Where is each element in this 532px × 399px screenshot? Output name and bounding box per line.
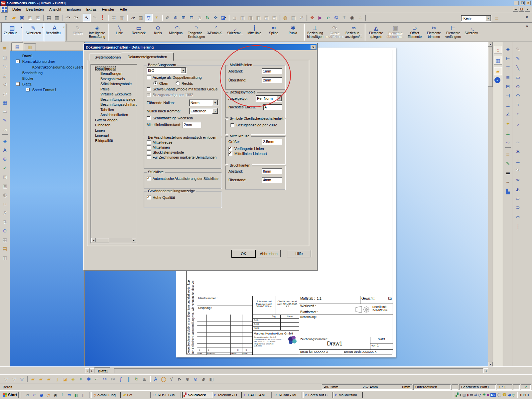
update-tray-icon[interactable]: ◯ — [497, 393, 501, 397]
3-punkt-kreisbogen-button[interactable]: ◜ 3-Punkt-K... — [206, 23, 225, 42]
feature-manager-tab[interactable]: ▤ — [11, 42, 23, 51]
trim-icon[interactable]: ✂ — [514, 213, 522, 221]
section-view-icon[interactable]: ◰ — [270, 14, 278, 22]
scroll-down-icon[interactable]: ▼ — [488, 362, 493, 366]
options-tree-item[interactable]: Einheiten — [90, 123, 137, 128]
mdi-restore-button[interactable]: ❐ — [519, 7, 524, 12]
horizontal-dimension-icon[interactable]: ⊢ — [504, 55, 512, 63]
naechstes-etikett-input[interactable]: A — [263, 104, 282, 110]
options-tree-item[interactable]: Stücklistensymbole — [90, 81, 137, 87]
find-references-icon[interactable]: ◉ — [348, 14, 356, 22]
keyboard-tray-icon[interactable]: ▤ — [462, 393, 466, 397]
relative-view-icon[interactable]: ◪ — [61, 375, 69, 383]
circle-icon[interactable]: ⊙ — [514, 82, 522, 90]
new-document-icon[interactable]: ▯ — [2, 14, 10, 22]
task-tcom[interactable]: e T-Com - Micr... — [273, 392, 302, 398]
language-indicator[interactable]: DE — [490, 393, 496, 397]
options-tree-item[interactable]: Tabellen — [90, 107, 137, 112]
file-explorer-tab-icon[interactable]: ▰ — [494, 67, 502, 75]
layer-properties-icon[interactable]: ≣ — [493, 14, 501, 22]
model-view-icon[interactable]: ▰ — [29, 375, 37, 383]
ok-button[interactable]: OK — [232, 250, 255, 257]
oben-radio[interactable] — [153, 81, 158, 85]
close-button[interactable]: × — [526, 1, 531, 5]
display-relations-icon[interactable]: ∞ — [504, 138, 512, 146]
punkt-button[interactable]: ✱ Punkt — [283, 23, 303, 42]
quicktime-icon[interactable]: ◕ — [38, 392, 44, 398]
menu-item[interactable]: Hilfe — [117, 7, 130, 12]
edrawings-icon[interactable]: e — [324, 14, 332, 22]
toolbar-overflow-chevron[interactable]: » — [526, 15, 531, 19]
options-tree-item[interactable]: Beschriftungsschriftart — [90, 102, 137, 107]
options-tree-item[interactable]: Bezugshinweis — [90, 76, 137, 81]
note-icon[interactable]: A — [152, 375, 160, 383]
standard-views-icon[interactable]: ◪ ▾ — [219, 14, 227, 22]
traffic-light-icon[interactable]: ┇ — [99, 14, 107, 22]
cross-icon[interactable]: ✗ — [1, 209, 9, 217]
task-masshilfslinie[interactable]: e Maßhilfslinie ... — [333, 392, 363, 398]
menu-item[interactable]: Bearbeiten — [24, 7, 47, 12]
zeichnung-flyout[interactable]: ▤ Zeichnun... ▾ — [1, 23, 23, 42]
mittellinie-button[interactable]: ┆ Mittellinie — [245, 23, 264, 42]
mittellinien-linienart-checkbox[interactable] — [228, 152, 232, 156]
save-icon[interactable]: ▣ — [18, 14, 26, 22]
updown-icon[interactable]: ⇅ — [1, 218, 9, 226]
empty-view-icon[interactable]: ✧ — [77, 375, 85, 383]
redo-icon[interactable]: ↷ ▾ — [72, 14, 80, 22]
undo-icon[interactable]: ↶ ▾ — [64, 14, 72, 22]
projected-view-icon[interactable]: ▰ — [37, 375, 45, 383]
toolbox-icon[interactable]: Ŧ — [340, 14, 348, 22]
network-tray-icon[interactable]: ⇄ — [474, 393, 477, 397]
phone-tray-icon[interactable]: ☎ — [502, 393, 507, 397]
mirror-icon[interactable]: ◭ — [514, 185, 522, 193]
options-tree-item[interactable]: Bemaßungen — [90, 71, 137, 76]
masshilfslinien-ueberstand-input[interactable]: 2mm — [262, 77, 282, 83]
centerpoint-arc-icon[interactable]: ◠ — [514, 92, 522, 100]
selection-filter-icon[interactable]: ▽ — [145, 14, 153, 22]
layer-colors-icon[interactable]: ≣ — [1, 45, 9, 53]
filter-vertices-icon[interactable]: ▽ — [1, 63, 9, 70]
restore-button[interactable]: ❐ — [520, 1, 525, 5]
construction-line-icon[interactable]: ┆ — [514, 222, 522, 230]
photoworks-icon[interactable]: ❖ — [308, 14, 316, 22]
vertical-scrollbar[interactable]: ▲ ▼ — [488, 42, 493, 366]
diamond-icon[interactable]: ◈ — [1, 137, 9, 145]
menu-item[interactable]: Extras — [83, 7, 99, 12]
help-button[interactable]: Hilfe — [287, 250, 311, 257]
add-relation-icon[interactable]: ⊥ — [504, 129, 512, 137]
task-telekom[interactable]: e Telekom - D... — [212, 392, 242, 398]
start-button[interactable]: Start — [1, 392, 19, 398]
tab-dokumenteigenschaften[interactable]: Dokumenteigenschaften — [121, 53, 174, 61]
skizze-modifizieren-button[interactable]: ↷ Skizze modifizieren — [325, 23, 344, 42]
spline-button[interactable]: ≈ Spline — [264, 23, 283, 42]
collapse-task-pane-button[interactable]: « — [494, 77, 500, 83]
dot-icon[interactable]: ▫ — [1, 200, 9, 208]
tree-expander[interactable]: + — [26, 88, 30, 91]
text-a-icon[interactable]: A — [1, 146, 9, 154]
filter-toggle-icon[interactable]: ▽ — [18, 375, 26, 383]
offset-entities-icon[interactable]: ⊃ — [514, 203, 522, 211]
tangent-arc-icon[interactable]: ◝ — [514, 101, 522, 109]
show-desktop-icon[interactable]: ▱ — [24, 392, 30, 398]
magnify-icon[interactable]: ⊕ — [1, 155, 9, 163]
beschriftung-flyout[interactable]: A Beschriftu... ▾ — [44, 23, 65, 42]
point-icon[interactable]: ✱ — [514, 148, 522, 156]
scroll-left-icon[interactable]: ◄ — [91, 238, 96, 242]
grid-small-icon[interactable]: ▦ — [1, 98, 9, 106]
print-preview-icon[interactable]: ▥ — [53, 14, 61, 22]
bruchkanten-abstand-input[interactable]: 8mm — [262, 168, 282, 174]
tree-item-draw1[interactable]: Draw1 — [11, 53, 83, 59]
notes-icon[interactable]: ▯ — [80, 392, 86, 398]
help-icon[interactable]: ? — [153, 14, 161, 22]
color-display-mode-icon[interactable]: ▙ — [504, 188, 512, 196]
elemente-verlaengern-button[interactable]: ⊢ Elemente verlängern — [444, 23, 463, 42]
hidden-lines-visible-icon[interactable]: ◫ — [238, 14, 246, 22]
edit-color-icon[interactable]: ◍ — [281, 14, 289, 22]
scroll-up-icon[interactable]: ▲ — [488, 42, 493, 47]
scrollbar-thumb[interactable] — [96, 238, 109, 242]
fillet-icon[interactable]: ◞ — [514, 120, 522, 128]
sketch-pencil-icon[interactable]: ✎ — [1, 116, 9, 124]
convert-entities-icon[interactable]: ▱ — [514, 194, 522, 202]
options-tree-item[interactable]: Ansichtsetiketten — [90, 112, 137, 118]
toolbar2-overflow-chevron[interactable]: » — [526, 24, 531, 28]
